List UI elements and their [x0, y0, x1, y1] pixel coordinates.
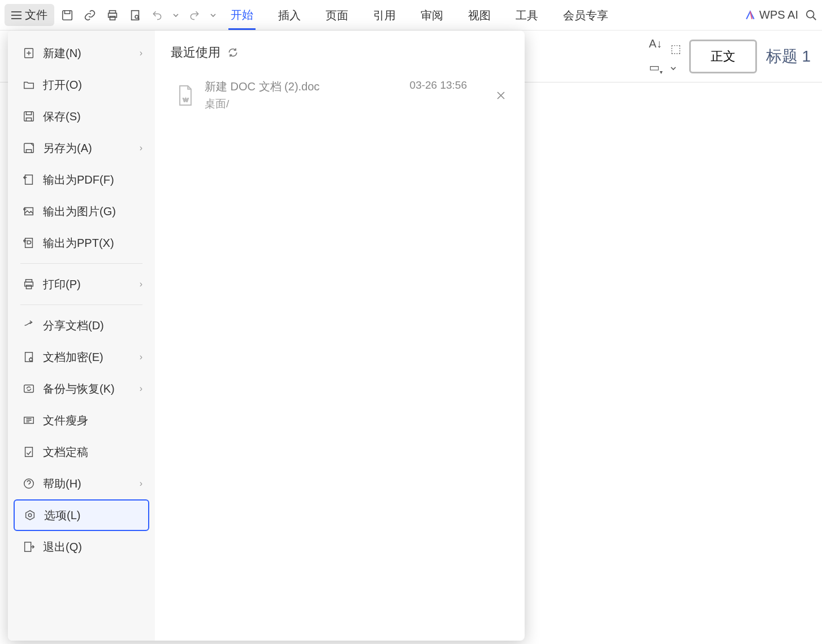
redo-icon[interactable] — [189, 10, 200, 21]
file-item-finalize[interactable]: 文档定稿 — [14, 436, 149, 468]
doc-icon: W — [174, 84, 197, 107]
chevron-right-icon: › — [140, 48, 142, 58]
svg-rect-24 — [25, 542, 31, 552]
wps-ai-logo-icon — [745, 10, 756, 21]
file-item-share[interactable]: 分享文档(D) — [14, 310, 149, 341]
ribbon-tabs: 开始 插入 页面 引用 审阅 视图 工具 会员专享 — [228, 1, 736, 30]
chevron-right-icon: › — [140, 143, 142, 153]
tab-review[interactable]: 审阅 — [418, 1, 445, 29]
recent-file-item[interactable]: W 新建 DOC 文档 (2).doc 桌面/ 03-26 13:56 — [171, 75, 509, 116]
textbox-icon[interactable]: ▭▾ — [649, 60, 663, 75]
file-item-print[interactable]: 打印(P) › — [14, 268, 149, 300]
svg-rect-8 — [24, 112, 34, 121]
svg-rect-11 — [25, 208, 33, 215]
file-item-export-ppt[interactable]: 输出为PPT(X) — [14, 227, 149, 259]
open-icon — [20, 79, 37, 91]
file-item-label: 输出为PDF(F) — [43, 172, 142, 188]
quick-access-icons — [61, 9, 216, 21]
tab-reference[interactable]: 引用 — [371, 1, 398, 29]
undo-icon[interactable] — [152, 10, 163, 21]
wps-ai-button[interactable]: WPS AI — [745, 8, 798, 21]
final-icon — [20, 446, 37, 458]
file-item-export-pdf[interactable]: 输出为PDF(F) — [14, 164, 149, 195]
svg-point-6 — [807, 10, 814, 18]
style-body-label: 正文 — [711, 48, 736, 65]
recent-title-row: 最近使用 — [171, 44, 509, 61]
file-item-backup[interactable]: 备份与恢复(K) › — [14, 373, 149, 404]
file-item-export-image[interactable]: 输出为图片(G) — [14, 195, 149, 227]
recent-file-meta: 新建 DOC 文档 (2).doc 桌面/ 03-26 13:56 — [205, 79, 494, 111]
file-item-label: 退出(Q) — [43, 539, 142, 555]
svg-rect-15 — [26, 285, 31, 289]
svg-marker-22 — [26, 511, 34, 520]
file-item-label: 备份与恢复(K) — [43, 381, 140, 397]
svg-rect-0 — [63, 10, 72, 20]
redo-dropdown-icon[interactable] — [210, 12, 216, 18]
print-icon — [20, 278, 37, 290]
file-menu-label: 文件 — [25, 7, 47, 23]
right-tools: WPS AI — [745, 8, 817, 21]
wps-ai-label: WPS AI — [759, 8, 798, 21]
help-icon — [20, 477, 37, 490]
file-item-label: 帮助(H) — [43, 476, 140, 491]
svg-rect-3 — [110, 16, 115, 19]
svg-rect-10 — [25, 175, 33, 185]
file-item-save[interactable]: 保存(S) — [14, 101, 149, 132]
options-icon — [21, 509, 38, 521]
save-icon — [20, 110, 37, 123]
backup-icon — [20, 382, 37, 395]
svg-rect-16 — [25, 353, 33, 362]
ribbon-mini-icons: A↓ ▭▾ — [649, 37, 663, 75]
file-item-label: 输出为图片(G) — [43, 204, 142, 219]
tab-insert[interactable]: 插入 — [276, 1, 303, 29]
recent-title-label: 最近使用 — [171, 44, 220, 61]
svg-rect-12 — [25, 238, 33, 248]
saveas-icon — [20, 142, 37, 154]
file-item-label: 分享文档(D) — [43, 318, 142, 333]
search-icon[interactable] — [805, 9, 817, 21]
tab-member[interactable]: 会员专享 — [561, 1, 611, 29]
print-preview-icon[interactable] — [129, 9, 141, 21]
select-dropdown-icon[interactable] — [670, 66, 681, 71]
file-item-label: 另存为(A) — [43, 141, 140, 156]
file-item-open[interactable]: 打开(O) — [14, 69, 149, 101]
select-icon[interactable]: ⬚ — [670, 42, 681, 55]
file-item-slim[interactable]: 文件瘦身 — [14, 404, 149, 436]
file-menu-divider — [20, 263, 142, 264]
file-item-help[interactable]: 帮助(H) › — [14, 468, 149, 499]
undo-dropdown-icon[interactable] — [173, 12, 179, 18]
exit-icon — [20, 541, 37, 553]
tab-start[interactable]: 开始 — [228, 1, 256, 30]
tab-page[interactable]: 页面 — [323, 1, 351, 29]
svg-rect-20 — [25, 447, 33, 457]
file-item-label: 保存(S) — [43, 109, 142, 124]
file-item-encrypt[interactable]: 文档加密(E) › — [14, 341, 149, 373]
print-icon[interactable] — [106, 9, 119, 21]
image-icon — [20, 205, 37, 217]
svg-text:W: W — [183, 97, 189, 103]
pdf-icon — [20, 173, 37, 186]
close-icon[interactable] — [496, 91, 505, 100]
file-menu-divider — [20, 304, 142, 305]
file-menu-button[interactable]: 文件 — [5, 4, 54, 26]
share-icon — [20, 319, 37, 332]
link-icon[interactable] — [84, 9, 96, 21]
file-item-label: 文档加密(E) — [43, 350, 140, 365]
style-body-card[interactable]: 正文 — [689, 40, 757, 73]
file-item-exit[interactable]: 退出(Q) — [14, 531, 149, 563]
slim-icon — [20, 414, 37, 427]
svg-point-23 — [28, 514, 32, 517]
file-item-options[interactable]: 选项(L) — [14, 499, 149, 531]
tab-view[interactable]: 视图 — [466, 1, 493, 29]
file-item-label: 新建(N) — [43, 46, 140, 61]
file-menu-sidebar: 新建(N) › 打开(O) 保存(S) 另存为(A) › 输出为PDF(F) 输… — [8, 31, 155, 641]
style-heading-1[interactable]: 标题 1 — [762, 46, 815, 67]
new-icon — [20, 47, 37, 59]
svg-point-17 — [29, 358, 32, 362]
refresh-icon[interactable] — [227, 47, 239, 58]
save-icon[interactable] — [61, 9, 73, 21]
sort-icon[interactable]: A↓ — [649, 37, 663, 50]
file-item-new[interactable]: 新建(N) › — [14, 37, 149, 69]
file-item-saveas[interactable]: 另存为(A) › — [14, 132, 149, 164]
tab-tools[interactable]: 工具 — [513, 1, 540, 29]
